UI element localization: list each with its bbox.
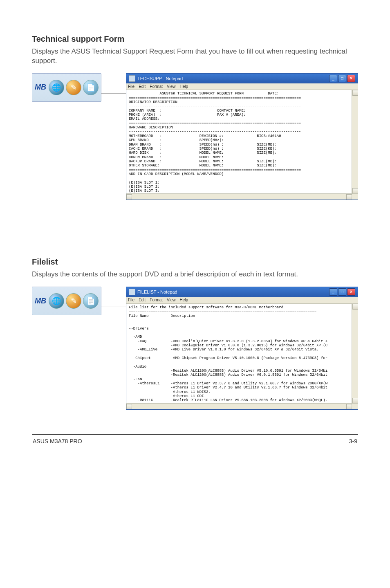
- notepad-icon: [129, 75, 135, 82]
- notepad1-menubar: File Edit Format View Help: [126, 83, 358, 90]
- footer-rule: [32, 434, 358, 435]
- notepad2-title: FILELIST - Notepad: [137, 290, 177, 295]
- globe-icon[interactable]: 🌐: [49, 80, 64, 95]
- notepad1-titlebar: TECHSUPP - Notepad _ □ ×: [126, 74, 358, 83]
- menu-format[interactable]: Format: [150, 298, 163, 303]
- connector-line-2: [101, 287, 126, 315]
- notepad2-menubar: File Edit Format View Help: [126, 297, 358, 304]
- notepad1-body: ASUSTeK TECHNICAL SUPPORT REQUEST FORM D…: [126, 90, 358, 200]
- launcher-mb-label: MB: [35, 83, 46, 92]
- scrollbar-vertical[interactable]: [352, 90, 358, 194]
- footer-left: ASUS M3A78 PRO: [33, 438, 82, 444]
- menu-format[interactable]: Format: [150, 84, 163, 89]
- scroll-corner: [352, 193, 358, 200]
- notepad2-content: File list for the included support softw…: [129, 305, 355, 409]
- minimize-button[interactable]: _: [329, 288, 337, 296]
- section1-desc: Displays the ASUS Technical Support Requ…: [32, 47, 358, 66]
- doc-icon[interactable]: 📄: [83, 293, 99, 309]
- tool-orange-icon[interactable]: ✎: [66, 80, 81, 95]
- menu-file[interactable]: File: [128, 84, 134, 89]
- menu-edit[interactable]: Edit: [139, 84, 146, 89]
- minimize-button[interactable]: _: [329, 75, 337, 82]
- globe-icon[interactable]: 🌐: [49, 293, 64, 309]
- notepad-icon: [129, 289, 135, 295]
- scrollbar-vertical[interactable]: [352, 304, 358, 404]
- launcher-mb-label-2: MB: [35, 297, 46, 305]
- close-button[interactable]: ×: [347, 75, 355, 82]
- section2-title: Filelist: [32, 257, 358, 267]
- menu-file[interactable]: File: [128, 298, 134, 303]
- notepad1-title: TECHSUPP - Notepad: [137, 76, 183, 81]
- filelist-row: MB 🌐 ✎ 📄 FILELIST - Notepad _ □ ×: [32, 287, 358, 410]
- maximize-button[interactable]: □: [338, 75, 346, 82]
- techsupp-row: MB 🌐 ✎ 📄 TECHSUPP - Notepad _ □ × File E…: [32, 73, 358, 200]
- scrollbar-horizontal[interactable]: [126, 193, 352, 200]
- notepad2-body: File list for the included support softw…: [126, 304, 358, 409]
- section1-title: Technical support Form: [32, 34, 358, 44]
- notepad2-titlebar: FILELIST - Notepad _ □ ×: [126, 287, 358, 297]
- menu-view[interactable]: View: [167, 298, 176, 303]
- doc-icon[interactable]: 📄: [83, 80, 99, 95]
- close-button[interactable]: ×: [347, 288, 355, 296]
- launcher-bar-2: MB 🌐 ✎ 📄: [32, 287, 101, 315]
- menu-help[interactable]: Help: [180, 84, 188, 89]
- scroll-corner: [352, 403, 358, 409]
- launcher-bar: MB 🌐 ✎ 📄: [32, 73, 101, 102]
- menu-edit[interactable]: Edit: [139, 298, 146, 303]
- menu-help[interactable]: Help: [180, 298, 188, 303]
- connector-line: [101, 73, 126, 102]
- notepad1-content: ASUSTeK TECHNICAL SUPPORT REQUEST FORM D…: [129, 92, 355, 200]
- notepad-filelist: FILELIST - Notepad _ □ × File Edit Forma…: [126, 287, 358, 410]
- menu-view[interactable]: View: [167, 84, 176, 89]
- footer-right: 3-9: [349, 438, 357, 444]
- maximize-button[interactable]: □: [338, 288, 346, 296]
- scrollbar-horizontal[interactable]: [126, 403, 352, 409]
- notepad-techsupp: TECHSUPP - Notepad _ □ × File Edit Forma…: [126, 73, 358, 200]
- section2-desc: Displays the contents of the support DVD…: [32, 270, 358, 279]
- tool-orange-icon[interactable]: ✎: [66, 293, 81, 309]
- page-footer: ASUS M3A78 PRO 3-9: [32, 438, 358, 453]
